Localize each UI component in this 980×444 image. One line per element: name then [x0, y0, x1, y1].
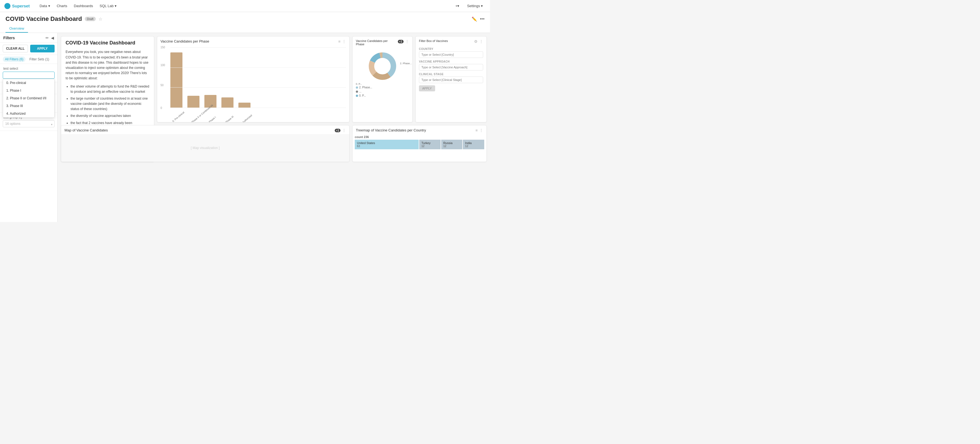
filterbox-title: Filter Box of Vaccines	[419, 39, 448, 43]
text-card-bullets: the sheer volume of attempts to fund the…	[65, 84, 150, 126]
fb-stage-input[interactable]	[419, 76, 483, 83]
text-card-body: Everywhere you look, you see negative ne…	[65, 49, 150, 81]
option-phase-1[interactable]: 1. Phase I	[3, 87, 54, 94]
more-options-icon[interactable]: •••	[480, 16, 485, 21]
legend-item-2: 0. P...	[356, 94, 409, 97]
more-options-icon[interactable]: ⋮	[479, 39, 483, 44]
treemap-turkey-name: Turkey	[422, 141, 438, 145]
logo-text: Superset	[12, 3, 30, 8]
phase-dropdown: 0. Pre-clinical 1. Phase I 2. Phase II o…	[3, 79, 55, 118]
fb-apply-button[interactable]: APPLY	[419, 85, 435, 91]
nav-sqllab[interactable]: SQL Lab ▾	[96, 0, 120, 12]
dashboard-content: COVID-19 Vaccine Dashboard Everywhere yo…	[57, 33, 490, 222]
main-content: Filters ✏ ◀ CLEAR ALL APPLY All Filters …	[0, 33, 490, 222]
treemap-cell-us: United States 63	[355, 140, 418, 149]
edit-icon[interactable]: ✏️	[472, 16, 477, 22]
tab-all-filters[interactable]: All Filters (6)	[3, 57, 25, 62]
more-options-icon[interactable]: ⋮	[405, 39, 409, 44]
filter-body: test select 0. Pre-clinical 1. Phase I 2…	[0, 64, 57, 222]
x-label-3: 3. Phase III	[223, 116, 234, 123]
more-options-icon[interactable]: ⋮	[479, 128, 483, 132]
option-phase-3[interactable]: 3. Phase III	[3, 102, 54, 110]
treemap-cell-india: India 12	[463, 140, 484, 149]
treemap-icons: ≡ ⋮	[476, 128, 483, 132]
bullet-3: the diversity of vaccine approaches take…	[70, 113, 150, 119]
map-card-icons: ≡1 ⋮	[335, 128, 346, 132]
text-card-content: COVID-19 Vaccine Dashboard Everywhere yo…	[61, 37, 154, 130]
treemap-title: Treemap of Vaccine Candidates per Countr…	[356, 128, 426, 132]
apply-button[interactable]: APPLY	[30, 45, 55, 53]
bar-authorized	[239, 103, 250, 108]
donut-chart	[366, 50, 399, 83]
top-nav: Superset Data ▾ Charts Dashboards SQL La…	[0, 0, 490, 12]
group-by-select[interactable]: 16 options	[3, 120, 55, 127]
treemap-count: count 236	[355, 135, 484, 138]
treemap-us-count: 63	[357, 145, 417, 148]
treemap-cell-russia: Russia 12	[441, 140, 463, 149]
fb-country-input[interactable]	[419, 51, 483, 58]
bar-phase2	[188, 96, 199, 108]
tab-overview[interactable]: Overview	[5, 25, 28, 33]
chevron-down-icon: ▾	[115, 4, 116, 8]
fb-stage-label: CLINICAL STAGE	[419, 73, 483, 76]
x-label-1: 1. Phase I	[206, 116, 217, 123]
nav-dashboards[interactable]: Dashboards	[70, 0, 96, 12]
filter-actions: CLEAR ALL APPLY	[0, 43, 57, 55]
filter-input-wrap-test-select: 0. Pre-clinical 1. Phase I 2. Phase II o…	[0, 72, 57, 80]
fb-approach-label: VACCINE APPROACH	[419, 60, 483, 63]
bullet-4: the fact that 2 vaccines have already be…	[70, 121, 150, 126]
map-card: Map of Vaccine Candidates ≡1 ⋮ [ Map vis…	[61, 125, 350, 162]
map-badge: ≡1	[335, 129, 340, 132]
treemap-india-count: 12	[465, 145, 482, 148]
treemap-grid: United States 63 Turkey 12 Russia 12 Ind…	[355, 140, 484, 149]
x-label-2: 2. Phase II or Combined I/II	[189, 116, 200, 123]
nav-data[interactable]: Data ▾	[36, 0, 53, 12]
bar-chart-card: Vaccine Candidates per Phase ≡ ⋮ 150 100…	[157, 36, 350, 123]
filter-icon[interactable]: ≡	[476, 128, 478, 132]
settings-button[interactable]: Settings ▾	[464, 3, 485, 9]
nav-charts[interactable]: Charts	[54, 0, 70, 12]
option-pre-clinical[interactable]: 0. Pre-clinical	[3, 79, 54, 87]
dashboard-title: COVID Vaccine Dashboard	[5, 15, 82, 22]
more-options-icon[interactable]: ⋮	[342, 39, 346, 44]
bar-chart-title: Vaccine Candidates per Phase	[161, 39, 209, 43]
donut-card-title: Vaccine Candidates per Phase	[356, 39, 396, 46]
more-options-icon[interactable]: ⋮	[342, 128, 346, 132]
filter-panel: Filters ✏ ◀ CLEAR ALL APPLY All Filters …	[0, 33, 57, 222]
option-authorized[interactable]: 4. Authorized	[3, 110, 54, 118]
bullet-2: the large number of countries involved i…	[70, 96, 150, 112]
filterbox-icons: ⚙ ⋮	[474, 39, 483, 44]
edit-filter-icon[interactable]: ✏	[46, 36, 49, 40]
donut-label-phase2: 2. Phase...	[400, 62, 412, 65]
fb-country-label: COUNTRY	[419, 48, 483, 51]
collapse-filter-icon[interactable]: ◀	[51, 36, 54, 40]
option-phase-2[interactable]: 2. Phase II or Combined I/II	[3, 94, 54, 102]
add-button[interactable]: +▾	[453, 3, 462, 9]
nav-right: +▾ Settings ▾	[453, 3, 485, 9]
filter-icon[interactable]: ≡	[338, 39, 340, 44]
treemap-turkey-count: 12	[422, 145, 438, 148]
bullet-1: the sheer volume of attempts to fund the…	[70, 84, 150, 94]
treemap-cell-turkey: Turkey 12	[419, 140, 441, 149]
clear-all-button[interactable]: CLEAR ALL	[3, 45, 28, 53]
filter-header: Filters ✏ ◀	[0, 33, 57, 43]
filters-title: Filters	[3, 36, 15, 40]
star-icon[interactable]: ☆	[99, 16, 102, 22]
fb-approach-input[interactable]	[419, 64, 483, 70]
tab-filter-sets[interactable]: Filter Sets (1)	[27, 57, 51, 62]
test-select-input[interactable]	[3, 72, 55, 79]
legend-dot-0	[356, 86, 358, 89]
bar-chart-header: Vaccine Candidates per Phase ≡ ⋮	[157, 37, 349, 45]
treemap-russia-name: Russia	[443, 141, 460, 145]
filterbox-content: COUNTRY VACCINE APPROACH CLINICAL STAGE …	[416, 45, 487, 94]
filter-settings-icon[interactable]: ⚙	[474, 39, 478, 44]
filter-tabs: All Filters (6) Filter Sets (1)	[0, 55, 57, 64]
donut-legend: 2. Phase... ... 0. P...	[356, 86, 409, 97]
text-card-title: COVID-19 Vaccine Dashboard	[65, 40, 150, 46]
x-label-0: 0. Pre-clinical	[172, 113, 185, 123]
donut-badge: ≡1	[398, 40, 404, 43]
header-icons: ✏️ •••	[472, 16, 485, 22]
logo: Superset	[5, 3, 30, 9]
bar-chart-area: 150 100 50 0	[157, 45, 349, 122]
filter-section-test-select: test select 0. Pre-clinical 1. Phase I 2…	[0, 64, 57, 82]
